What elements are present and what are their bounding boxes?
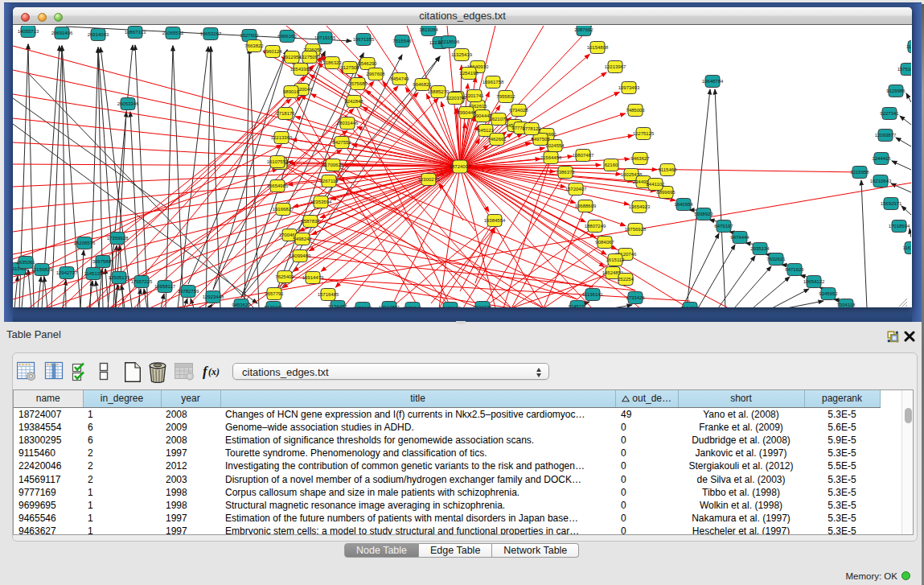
svg-text:12353594: 12353594 — [310, 200, 332, 204]
svg-text:2087662: 2087662 — [574, 27, 593, 32]
svg-text:3186323: 3186323 — [322, 60, 342, 65]
svg-text:1244415: 1244415 — [872, 156, 891, 161]
svg-text:9646821: 9646821 — [413, 82, 432, 87]
svg-text:8124502: 8124502 — [680, 306, 700, 307]
svg-text:26053346: 26053346 — [117, 101, 139, 106]
svg-text:7462661: 7462661 — [487, 137, 507, 142]
svg-text:15885270: 15885270 — [428, 89, 450, 94]
svg-text:9245211: 9245211 — [569, 304, 588, 307]
svg-text:3215958: 3215958 — [850, 170, 869, 175]
svg-text:3220374: 3220374 — [446, 96, 465, 101]
svg-text:16210643: 16210643 — [870, 179, 892, 183]
svg-text:3813054: 3813054 — [419, 27, 438, 32]
svg-text:28031446: 28031446 — [337, 121, 359, 126]
svg-text:12300275: 12300275 — [418, 177, 440, 182]
svg-text:9129986: 9129986 — [886, 89, 906, 93]
svg-text:12218506: 12218506 — [438, 39, 460, 44]
svg-text:6479197: 6479197 — [714, 224, 733, 229]
svg-text:9134482: 9134482 — [328, 304, 347, 307]
svg-text:252254: 252254 — [618, 277, 634, 282]
svg-text:1621075: 1621075 — [489, 117, 508, 122]
svg-text:8427552: 8427552 — [332, 140, 351, 145]
svg-text:19384554: 19384554 — [484, 218, 506, 223]
svg-text:12923448: 12923448 — [203, 295, 224, 299]
svg-text:1254190: 1254190 — [459, 71, 478, 76]
svg-text:1145131: 1145131 — [84, 271, 104, 276]
svg-text:62160: 62160 — [605, 163, 618, 167]
svg-text:7955812: 7955812 — [496, 94, 515, 99]
svg-text:16107553: 16107553 — [267, 159, 289, 164]
svg-text:10648784: 10648784 — [702, 79, 724, 84]
svg-text:989016: 989016 — [283, 89, 300, 94]
svg-text:14055713: 14055713 — [18, 29, 39, 34]
svg-text:13654923: 13654923 — [629, 204, 651, 209]
svg-text:26206576: 26206576 — [74, 241, 96, 245]
svg-text:17359928: 17359928 — [107, 236, 129, 241]
svg-text:8277341: 8277341 — [403, 306, 422, 307]
svg-text:12156829: 12156829 — [31, 267, 53, 272]
svg-text:10688609: 10688609 — [575, 204, 597, 208]
svg-text:10867313: 10867313 — [125, 30, 146, 35]
svg-text:13275093: 13275093 — [299, 55, 321, 60]
svg-text:9474444: 9474444 — [730, 235, 749, 240]
svg-text:1112843: 1112843 — [906, 44, 911, 49]
svg-text:9115460: 9115460 — [659, 167, 678, 172]
svg-text:9657791: 9657791 — [265, 291, 284, 296]
svg-text:17018504: 17018504 — [889, 224, 910, 229]
svg-text:11325419: 11325419 — [451, 52, 473, 57]
svg-text:10653267: 10653267 — [200, 31, 222, 36]
svg-text:7515546: 7515546 — [392, 39, 412, 43]
svg-text:1635061: 1635061 — [16, 260, 35, 265]
svg-text:10973493: 10973493 — [618, 85, 640, 90]
svg-text:1733426: 1733426 — [626, 295, 645, 300]
svg-text:8454749: 8454749 — [390, 76, 409, 81]
svg-text:12213967: 12213967 — [605, 64, 626, 69]
svg-text:2967608: 2967608 — [366, 72, 385, 76]
svg-text:18724007: 18724007 — [450, 164, 471, 169]
svg-text:15692971: 15692971 — [881, 201, 902, 206]
svg-text:12213369: 12213369 — [271, 135, 293, 140]
svg-text:10543362: 10543362 — [290, 67, 312, 72]
svg-text:1546290: 1546290 — [358, 61, 377, 66]
svg-text:6899695: 6899695 — [656, 190, 676, 195]
svg-text:8471626: 8471626 — [785, 267, 804, 272]
svg-text:21564456: 21564456 — [540, 155, 562, 160]
svg-text:2718176: 2718176 — [276, 111, 295, 116]
svg-text:14099489: 14099489 — [290, 253, 311, 258]
svg-text:8123441: 8123441 — [264, 305, 283, 307]
svg-text:7455120: 7455120 — [353, 306, 372, 307]
svg-text:16782759: 16782759 — [178, 289, 199, 294]
svg-text:11136141: 11136141 — [582, 292, 603, 297]
svg-text:21065532: 21065532 — [162, 31, 184, 35]
svg-text:12450112: 12450112 — [440, 306, 462, 307]
svg-text:17957225: 17957225 — [131, 279, 153, 284]
svg-text:10807487: 10807487 — [573, 153, 594, 158]
svg-text:10719155: 10719155 — [314, 35, 336, 40]
svg-text:12505135: 12505135 — [109, 275, 130, 280]
svg-text:16961758: 16961758 — [483, 80, 504, 84]
svg-text:1024554: 1024554 — [545, 143, 565, 148]
svg-text:3587834: 3587834 — [301, 219, 320, 224]
svg-text:8441102: 8441102 — [647, 182, 666, 187]
svg-text:16914479: 16914479 — [302, 275, 324, 280]
svg-text:1527602: 1527602 — [240, 33, 259, 38]
svg-text:7625402: 7625402 — [275, 274, 294, 279]
svg-text:7485003: 7485003 — [626, 108, 645, 113]
svg-text:7304118: 7304118 — [837, 303, 856, 307]
svg-text:30975887: 30975887 — [92, 259, 114, 264]
svg-text:6966160: 6966160 — [277, 34, 297, 39]
svg-text:9463627: 9463627 — [630, 156, 650, 161]
svg-text:20691406: 20691406 — [51, 31, 73, 35]
svg-text:9453627: 9453627 — [232, 303, 251, 307]
svg-text:9245652: 9245652 — [819, 291, 838, 296]
svg-text:19166827: 19166827 — [273, 207, 294, 212]
svg-text:1640954: 1640954 — [674, 202, 693, 207]
svg-text:26914063: 26914063 — [88, 32, 109, 37]
svg-text:10671355: 10671355 — [353, 37, 375, 42]
svg-text:10654122: 10654122 — [803, 279, 825, 284]
svg-text:15751074: 15751074 — [897, 67, 911, 72]
svg-text:1615112: 1615112 — [606, 257, 626, 262]
svg-text:7663822: 7663822 — [244, 43, 264, 48]
svg-text:9084067: 9084067 — [595, 240, 614, 245]
svg-text:12942737: 12942737 — [56, 270, 78, 275]
